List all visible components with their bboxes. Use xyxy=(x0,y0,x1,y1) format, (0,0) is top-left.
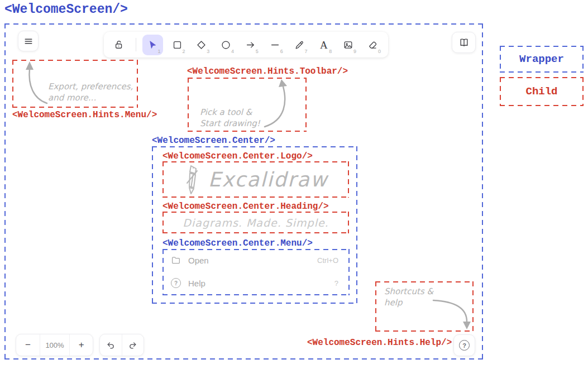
toolbar-island: 1 2 3 4 xyxy=(104,32,388,57)
tool-shortcut: 8 xyxy=(329,49,332,54)
curved-arrow-down-icon xyxy=(430,295,472,333)
menu-item-shortcut: ? xyxy=(334,279,338,287)
label-hints-menu: <WelcomeScreen.Hints.Menu/> xyxy=(12,110,157,120)
hint-menu-text: Export, preferences, and more... xyxy=(48,81,133,104)
menu-item-label: Help xyxy=(188,279,205,288)
hint-toolbar-box: Pick a tool & Start drawing! xyxy=(188,78,307,132)
tool-image[interactable]: 9 xyxy=(338,35,358,55)
question-circle-icon: ? xyxy=(171,278,181,288)
folder-icon xyxy=(171,255,181,265)
tool-arrow[interactable]: 5 xyxy=(240,35,261,55)
hint-line: Start drawing! xyxy=(200,118,260,129)
redo-button[interactable] xyxy=(122,334,144,356)
menu-item-label: Open xyxy=(188,256,209,265)
tool-shortcut: 4 xyxy=(231,49,234,54)
zoom-in-button[interactable]: + xyxy=(70,334,93,356)
tool-shortcut: 3 xyxy=(207,49,209,54)
label-hints-toolbar: <WelcomeScreen.Hints.Toolbar/> xyxy=(187,66,348,76)
hint-line: Shortcuts & xyxy=(384,286,433,297)
welcome-heading: Diagrams. Made. Simple. xyxy=(162,212,349,233)
selection-cursor-icon xyxy=(147,40,158,50)
page-title: <WelcomeScreen/> xyxy=(4,2,128,17)
legend-child-label: Child xyxy=(525,85,557,98)
pencil-icon xyxy=(294,40,305,50)
legend-wrapper: Wrapper xyxy=(500,46,584,73)
excalidraw-logo: Excalidraw xyxy=(162,161,349,198)
label-hints-help: <WelcomeScreen.Hints.Help/> xyxy=(307,338,451,348)
library-button[interactable] xyxy=(452,32,476,53)
label-center-heading: <WelcomeScreen.Center.Heading/> xyxy=(162,202,329,212)
center-logo-box: Excalidraw xyxy=(162,161,349,198)
diamond-icon xyxy=(196,40,207,50)
tool-shortcut: 0 xyxy=(378,49,381,54)
tool-ellipse[interactable]: 4 xyxy=(216,35,236,55)
hint-line: Export, preferences, xyxy=(48,81,133,92)
book-icon xyxy=(458,37,470,48)
center-heading-box: Diagrams. Made. Simple. xyxy=(162,212,349,233)
line-icon xyxy=(270,40,280,50)
lock-tool-button[interactable] xyxy=(109,35,130,55)
text-tool-icon: A xyxy=(320,40,328,50)
tool-selection[interactable]: 1 xyxy=(142,35,163,55)
excalidraw-pencil-icon xyxy=(184,164,200,195)
zoom-level-value[interactable]: 100% xyxy=(40,334,70,356)
legend-child: Child xyxy=(500,77,584,106)
hamburger-icon xyxy=(23,36,34,47)
image-icon xyxy=(343,40,353,50)
menu-item-open[interactable]: Open Ctrl+O xyxy=(162,255,350,265)
ellipse-icon xyxy=(221,40,231,50)
main-menu-button[interactable] xyxy=(18,31,39,51)
tool-eraser[interactable]: 0 xyxy=(362,35,383,55)
label-center-menu: <WelcomeScreen.Center.Menu/> xyxy=(162,238,313,248)
label-center-logo: <WelcomeScreen.Center.Logo/> xyxy=(162,151,313,161)
rectangle-icon xyxy=(172,40,183,50)
lock-open-icon xyxy=(113,39,125,50)
label-center: <WelcomeScreen.Center/> xyxy=(152,136,275,146)
welcome-screen-doc: <WelcomeScreen/> xyxy=(0,0,588,369)
menu-item-shortcut: Ctrl+O xyxy=(317,256,338,265)
hint-toolbar-text: Pick a tool & Start drawing! xyxy=(200,107,260,130)
help-button[interactable]: ? xyxy=(453,334,475,356)
hint-help-box: Shortcuts & help xyxy=(375,281,474,332)
toolbar-divider xyxy=(136,38,136,51)
tool-text[interactable]: A 8 xyxy=(314,35,334,55)
legend-wrapper-label: Wrapper xyxy=(519,53,564,65)
hint-menu-box: Export, preferences, and more... xyxy=(12,60,138,108)
eraser-icon xyxy=(367,40,378,50)
logo-wordmark: Excalidraw xyxy=(208,168,328,191)
menu-item-help[interactable]: ? Help ? xyxy=(162,278,350,288)
hint-help-text: Shortcuts & help xyxy=(384,286,433,309)
tool-shortcut: 9 xyxy=(353,49,356,54)
curved-arrow-up-icon xyxy=(259,79,293,132)
tool-shortcut: 2 xyxy=(182,49,185,54)
tool-shortcut: 6 xyxy=(280,49,283,54)
zoom-out-button[interactable]: − xyxy=(16,334,40,356)
center-menu-box: Open Ctrl+O ? Help ? xyxy=(162,249,350,295)
tool-draw[interactable]: 7 xyxy=(289,35,310,55)
undo-icon xyxy=(106,341,116,350)
tool-shortcut: 5 xyxy=(256,49,259,54)
undo-button[interactable] xyxy=(100,334,122,356)
hint-line: help xyxy=(384,297,433,308)
tool-diamond[interactable]: 3 xyxy=(191,35,212,55)
tool-shortcut: 1 xyxy=(158,49,161,54)
history-controls xyxy=(99,334,144,356)
help-icon: ? xyxy=(459,340,470,351)
redo-icon xyxy=(128,341,137,350)
tool-rectangle[interactable]: 2 xyxy=(167,35,188,55)
hint-line: and more... xyxy=(48,92,133,103)
tool-shortcut: 7 xyxy=(304,49,307,54)
zoom-controls: − 100% + xyxy=(16,334,93,356)
hint-line: Pick a tool & xyxy=(200,107,260,118)
arrow-icon xyxy=(245,40,256,50)
tool-line[interactable]: 6 xyxy=(265,35,285,55)
